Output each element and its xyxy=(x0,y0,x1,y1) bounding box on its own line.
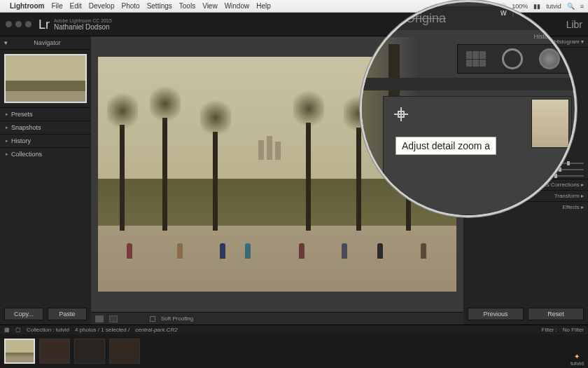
collection-breadcrumb[interactable]: Collection : tutvid xyxy=(27,327,69,333)
previous-button[interactable]: Previous xyxy=(468,308,524,320)
current-filename: central-park.CR2 xyxy=(135,327,177,333)
notification-center-icon[interactable]: ≡ xyxy=(580,3,584,10)
soft-proofing-label: Soft Proofing xyxy=(161,315,193,322)
menu-edit[interactable]: Edit xyxy=(70,2,82,10)
tooltip: Adjust detail zoom a xyxy=(396,137,496,155)
window-controls[interactable] xyxy=(6,21,31,27)
filter-label: Filter : xyxy=(542,327,557,333)
menu-develop[interactable]: Develop xyxy=(89,2,115,10)
loupe-toolbar: Soft Proofing xyxy=(91,312,463,325)
filmstrip[interactable] xyxy=(0,334,588,368)
grid-icon[interactable]: ▦ xyxy=(4,327,10,333)
menu-help[interactable]: Help xyxy=(256,2,271,10)
copy-button[interactable]: Copy... xyxy=(4,308,43,320)
filmstrip-thumb[interactable] xyxy=(109,339,140,364)
crop-tool-icon[interactable] xyxy=(466,51,486,67)
panel-history[interactable]: History xyxy=(0,134,91,147)
menu-settings[interactable]: Settings xyxy=(147,2,172,10)
module-picker: Libr xyxy=(566,19,582,30)
navigator-thumbnail[interactable] xyxy=(4,54,87,103)
detail-zoom-target-icon[interactable] xyxy=(394,107,408,121)
filter-value[interactable]: No Filter xyxy=(563,327,584,333)
filmstrip-thumb[interactable] xyxy=(4,339,35,364)
panel-snapshots[interactable]: Snapshots xyxy=(0,121,91,134)
menu-tools[interactable]: Tools xyxy=(179,2,195,10)
module-library[interactable]: Libr xyxy=(566,19,582,30)
zoom-magnifier-overlay: Origina w| Print| Web Histogram ▾ Adjust… xyxy=(360,0,577,217)
menu-window[interactable]: Window xyxy=(225,2,250,10)
soft-proofing-checkbox[interactable] xyxy=(150,316,155,322)
panel-collections[interactable]: Collections xyxy=(0,147,91,161)
navigator-label: Navigator xyxy=(34,39,61,46)
paste-button[interactable]: Paste xyxy=(48,308,87,320)
adjustment-brush-icon[interactable] xyxy=(539,48,560,69)
filmstrip-info-bar: ▦ ▢ Collection : tutvid 4 photos / 1 sel… xyxy=(0,325,588,334)
spotlight-icon[interactable]: 🔍 xyxy=(567,3,575,10)
module-suffix[interactable]: w xyxy=(500,8,507,18)
second-monitor-icon[interactable]: ▢ xyxy=(15,327,21,333)
navigator-header[interactable]: ▾Navigator xyxy=(0,36,91,50)
filmstrip-thumb[interactable] xyxy=(74,339,105,364)
left-panel: ▾Navigator Presets Snapshots History Col… xyxy=(0,36,91,325)
battery-icon: ▮▮ xyxy=(533,3,540,10)
before-after-icon[interactable] xyxy=(109,315,118,322)
loupe-view-icon[interactable] xyxy=(95,315,104,322)
menu-photo[interactable]: Photo xyxy=(122,2,140,10)
identity-user: Nathaniel Dodson xyxy=(54,24,112,31)
edition-label: Adobe Lightroom CC 2015 xyxy=(54,18,112,23)
detail-preview-thumbnail[interactable] xyxy=(531,99,569,148)
filmstrip-thumb[interactable] xyxy=(39,339,70,364)
lr-logo: Lr xyxy=(38,18,50,31)
watermark: tutvid xyxy=(570,353,584,367)
menu-file[interactable]: File xyxy=(51,2,62,10)
radial-tool-icon[interactable] xyxy=(502,48,523,69)
app-menu[interactable]: Lightroom xyxy=(10,2,44,10)
user-menu[interactable]: tutvid xyxy=(546,3,561,10)
reset-button[interactable]: Reset xyxy=(528,308,584,320)
menu-view[interactable]: View xyxy=(202,2,218,10)
photo-count: 4 photos / 1 selected / xyxy=(75,327,130,333)
panel-presets[interactable]: Presets xyxy=(0,107,91,121)
tool-strip xyxy=(457,44,569,74)
battery-percent: 100% xyxy=(512,3,528,10)
